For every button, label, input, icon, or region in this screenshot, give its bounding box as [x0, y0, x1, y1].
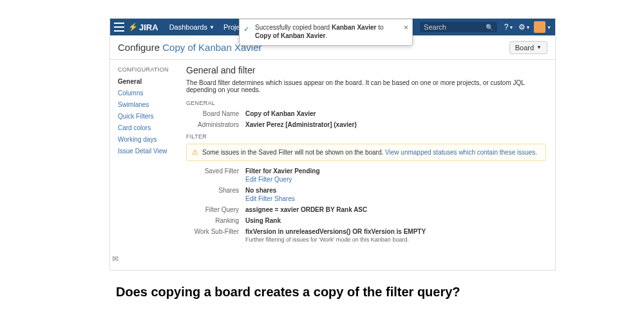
work-sub-filter-value: fixVersion in unreleasedVersions() OR fi…: [245, 228, 426, 235]
jira-window: ⚡JIRA Dashboards▼ Projects▼ Issues▼ Agil…: [109, 18, 556, 271]
slide-caption: Does copying a board creates a copy of t…: [116, 285, 528, 300]
nav-dashboards[interactable]: Dashboards▼: [165, 19, 219, 35]
filter-query-label: Filter Query: [186, 206, 245, 213]
edit-filter-shares-link[interactable]: Edit Filter Shares: [245, 195, 295, 202]
board-name-value: Copy of Kanban Xavier: [245, 110, 316, 117]
main-description: The Board filter determines which issues…: [186, 79, 546, 93]
hamburger-icon[interactable]: [114, 23, 124, 32]
saved-filter-label: Saved Filter: [186, 167, 245, 183]
section-general: GENERAL: [186, 100, 546, 106]
ranking-label: Ranking: [186, 217, 245, 224]
close-icon[interactable]: ×: [404, 23, 408, 33]
caret-down-icon: ▼: [536, 44, 542, 50]
main-title: General and filter: [186, 65, 546, 75]
warning-icon: ⚠: [192, 148, 198, 157]
jira-logo[interactable]: ⚡JIRA: [128, 23, 158, 32]
sidebar-item-swimlanes[interactable]: Swimlanes: [118, 100, 186, 110]
admins-label: Administrators: [186, 121, 245, 128]
search-input[interactable]: [424, 23, 486, 31]
board-name-label: Board Name: [186, 110, 245, 117]
edit-filter-query-link[interactable]: Edit Filter Query: [245, 176, 292, 183]
sidebar-item-working-days[interactable]: Working days: [118, 135, 186, 144]
sidebar-item-issue-detail[interactable]: Issue Detail View: [118, 146, 186, 156]
sidebar-item-quick-filters[interactable]: Quick Filters: [118, 111, 186, 121]
toast-message: Successfully copied board Kanban Xavier …: [255, 24, 384, 39]
avatar[interactable]: [534, 21, 545, 33]
unmapped-statuses-link[interactable]: View unmapped statuses which contain the…: [385, 149, 537, 156]
caret-down-icon: ▼: [547, 25, 551, 30]
gear-icon[interactable]: ⚙▼: [518, 21, 531, 33]
filter-query-value: assignee = xavier ORDER BY Rank ASC: [245, 206, 367, 213]
sidebar-item-card-colors[interactable]: Card colors: [118, 123, 186, 133]
work-sub-filter-label: Work Sub-Filter: [186, 228, 245, 243]
success-toast: ✓ Successfully copied board Kanban Xavie…: [239, 19, 413, 46]
saved-filter-value: Filter for Xavier Pending: [245, 167, 320, 175]
caret-down-icon: ▼: [209, 24, 214, 30]
logo-icon: ⚡: [128, 23, 138, 32]
board-dropdown-button[interactable]: Board▼: [509, 41, 547, 54]
work-sub-filter-desc: Further filtering of issues for 'Work' m…: [245, 236, 546, 243]
admins-value: Xavier Perez [Administrator] (xavier): [245, 121, 357, 128]
sidebar-item-general[interactable]: General: [118, 77, 186, 86]
feedback-icon[interactable]: ✉: [112, 254, 121, 263]
sidebar: CONFIGURATION General Columns Swimlanes …: [110, 60, 186, 270]
shares-value: No shares: [245, 187, 276, 194]
main-content: General and filter The Board filter dete…: [186, 60, 555, 270]
shares-label: Shares: [186, 187, 245, 202]
sidebar-heading: CONFIGURATION: [118, 66, 186, 73]
search-icon: 🔍: [486, 24, 493, 31]
check-icon: ✓: [243, 24, 249, 33]
ranking-value: Using Rank: [245, 217, 281, 224]
filter-alert: ⚠ Some issues in the Saved Filter will n…: [186, 144, 546, 161]
section-filter: FILTER: [186, 133, 546, 140]
help-icon[interactable]: ?▼: [502, 21, 515, 33]
sidebar-item-columns[interactable]: Columns: [118, 88, 186, 98]
search-box[interactable]: 🔍: [420, 22, 497, 32]
